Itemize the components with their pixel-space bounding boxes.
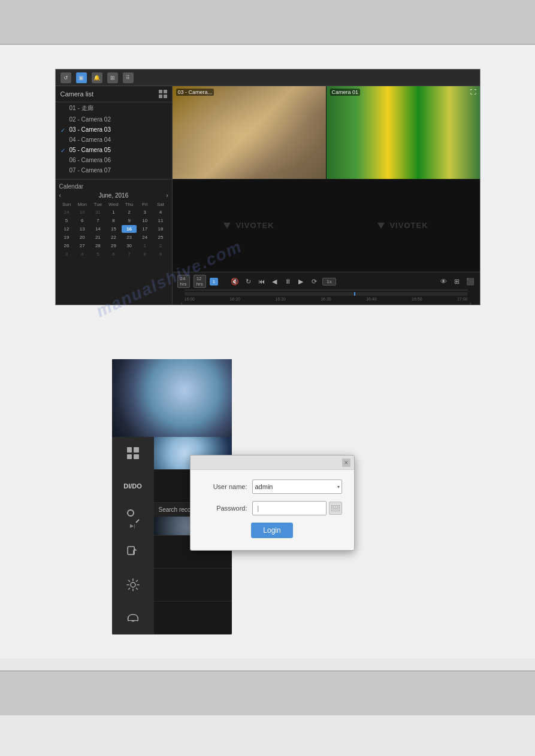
cal-day[interactable]: 5	[59, 217, 74, 224]
cal-day[interactable]: 27	[75, 242, 90, 250]
cal-day[interactable]: 30	[122, 242, 137, 250]
grid-view-icon[interactable]: ⠿	[123, 72, 134, 83]
live-icon[interactable]: ▣	[76, 72, 87, 83]
cal-day[interactable]: 24	[137, 233, 152, 241]
cam2-background	[327, 86, 480, 179]
cal-day[interactable]: 7	[122, 250, 137, 258]
select-arrow-icon: ▾	[337, 484, 340, 490]
timeline-nav-prev[interactable]: ‹	[181, 300, 183, 305]
cal-day[interactable]: 10	[137, 217, 152, 224]
dark-feed-4: VIVOTEK	[327, 180, 480, 272]
cal-day[interactable]: 2	[153, 242, 168, 250]
cal-day[interactable]: 3	[137, 208, 152, 216]
play-pause-btn[interactable]: ⏸	[283, 277, 292, 286]
loop-point-btn[interactable]: ⟳	[309, 277, 319, 286]
side-menu-item-settings[interactable]	[112, 569, 232, 602]
eye-btn[interactable]: 👁	[439, 277, 449, 286]
cal-day[interactable]: 8	[137, 250, 152, 258]
cal-day[interactable]: 18	[153, 225, 168, 233]
alert-icon[interactable]: 🔔	[92, 72, 102, 83]
fullscreen-icon[interactable]: ⛶	[470, 89, 476, 95]
cal-day[interactable]: 21	[90, 233, 105, 241]
loop-btn[interactable]: ↻	[243, 277, 253, 286]
cal-header-wed: Wed	[106, 201, 121, 208]
cal-day[interactable]: 10	[75, 208, 90, 216]
camera-grid-toggle[interactable]	[159, 90, 167, 98]
cal-day[interactable]: 20	[75, 233, 90, 241]
cal-day[interactable]: 9	[122, 217, 137, 224]
side-panel-camera-top	[112, 359, 232, 437]
cal-day[interactable]: 28	[90, 242, 105, 250]
skip-prev-btn[interactable]: ⏮	[256, 277, 266, 286]
cal-day-today[interactable]: 16	[122, 225, 137, 233]
cal-day[interactable]: 12	[59, 225, 74, 233]
next-frame-btn[interactable]: ▶	[296, 277, 306, 286]
password-input[interactable]: |	[252, 501, 327, 515]
camera-item-04[interactable]: 04 - Camera 04	[56, 135, 172, 145]
cal-day[interactable]: 26	[59, 242, 74, 250]
cal-prev-btn[interactable]: ‹	[59, 192, 61, 199]
search-circle	[127, 509, 134, 517]
camera-item-02[interactable]: 02 - Camera 02	[56, 114, 172, 125]
cal-day[interactable]: 29	[106, 242, 121, 250]
camera-item-06[interactable]: 06 - Camera 06	[56, 155, 172, 165]
grid-icon-shape	[127, 447, 139, 459]
time-btn-24hr[interactable]: 24hrs	[177, 275, 190, 288]
camera-label-01: 01 - 走廊	[69, 104, 93, 113]
timeline-bar[interactable]: 16:00 16:10 16:20 16:30 16:40 16:50 17:0…	[185, 290, 468, 300]
login-dialog: ✕ User name: admin ▾ Password:	[190, 455, 355, 551]
timeline-nav-next[interactable]: ›	[469, 300, 471, 305]
dialog-close-btn[interactable]: ✕	[342, 459, 350, 467]
nvr-screenshot-top: ↺ ▣ 🔔 ⊞ ⠿ Camera list 01 - 走廊	[55, 69, 480, 305]
cal-day[interactable]: 1	[106, 208, 121, 216]
cal-day[interactable]: 17	[137, 225, 152, 233]
cal-next-btn[interactable]: ›	[166, 192, 168, 199]
cal-day[interactable]: 6	[75, 217, 90, 224]
side-menu-item-alarm[interactable]: ( )	[112, 602, 232, 634]
nvr-sidebar: Camera list 01 - 走廊 02 - Camera 02 ✓ 03 …	[56, 86, 173, 305]
cal-day[interactable]: 24	[59, 208, 74, 216]
time-btn-1hr[interactable]: 1	[210, 278, 218, 286]
prev-frame-btn[interactable]: ◀	[270, 277, 279, 286]
cal-day[interactable]: 5	[90, 250, 105, 258]
cal-day[interactable]: 7	[90, 217, 105, 224]
cal-day[interactable]: 8	[106, 217, 121, 224]
cal-day[interactable]: 1	[137, 242, 152, 250]
refresh-icon[interactable]: ↺	[61, 72, 71, 83]
cal-day[interactable]: 15	[106, 225, 121, 233]
camera-list-label: Camera list	[61, 90, 94, 98]
keyboard-icon[interactable]	[329, 502, 342, 515]
layout-icon[interactable]: ⊞	[107, 72, 118, 83]
cal-day[interactable]: 4	[75, 250, 90, 258]
keyboard-svg	[331, 505, 340, 511]
camera-item-03[interactable]: ✓ 03 - Camera 03	[56, 125, 172, 135]
camera-item-07[interactable]: 07 - Camera 07	[56, 165, 172, 175]
login-button[interactable]: Login	[251, 523, 293, 538]
cal-day[interactable]: 14	[90, 225, 105, 233]
grid-btn-ctrl[interactable]: ⊞	[452, 277, 462, 286]
cal-day[interactable]: 6	[106, 250, 121, 258]
camera-item-01[interactable]: 01 - 走廊	[56, 102, 172, 114]
cal-header-sat: Sat	[153, 201, 168, 208]
username-select[interactable]: admin	[252, 479, 342, 494]
svg-rect-15	[331, 505, 340, 511]
cal-day[interactable]: 19	[59, 233, 74, 241]
cal-day[interactable]: 22	[106, 233, 121, 241]
export-btn-ctrl[interactable]: ⬛	[466, 277, 475, 286]
cal-day[interactable]: 4	[153, 208, 168, 216]
cal-day[interactable]: 11	[153, 217, 168, 224]
cal-day[interactable]: 31	[90, 208, 105, 216]
check-icon-02	[61, 117, 67, 123]
username-label: User name:	[202, 483, 247, 490]
bell-svg: ( )	[126, 611, 140, 624]
time-btn-12hr[interactable]: 12hrs	[194, 275, 206, 288]
speed-btn[interactable]: 1x	[322, 278, 335, 286]
camera-item-05[interactable]: ✓ 05 - Camera 05	[56, 145, 172, 155]
cal-day[interactable]: 2	[122, 208, 137, 216]
cal-day[interactable]: 13	[75, 225, 90, 233]
mute-btn[interactable]: 🔇	[230, 277, 240, 286]
cal-day[interactable]: 25	[153, 233, 168, 241]
cal-day[interactable]: 3	[59, 250, 74, 258]
cal-day[interactable]: 9	[153, 250, 168, 258]
cal-day[interactable]: 23	[122, 233, 137, 241]
